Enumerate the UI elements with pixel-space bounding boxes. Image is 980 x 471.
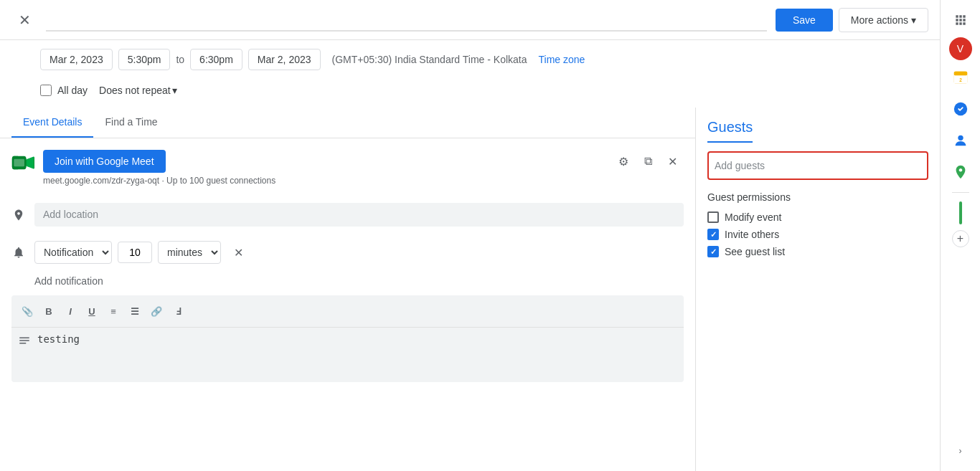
location-icon	[11, 208, 26, 222]
permission-modify-event: Modify event	[707, 209, 928, 226]
chevron-down-icon: ▾	[172, 85, 177, 96]
apps-grid-button[interactable]	[946, 6, 975, 34]
svg-point-13	[958, 135, 963, 141]
add-guests-container	[707, 151, 928, 180]
chevron-down-icon: ▾	[911, 14, 916, 26]
description-toolbar: 📎 B I U ≡ ☰ 🔗 Ⅎ	[11, 295, 684, 328]
add-sidebar-button[interactable]: +	[952, 230, 969, 247]
unordered-list-button[interactable]: ☰	[125, 301, 145, 321]
guests-panel: Guests Guest permissions Modify event In…	[696, 108, 940, 471]
modify-event-checkbox[interactable]	[707, 211, 719, 223]
bold-button[interactable]: B	[39, 301, 59, 321]
remove-notification-button[interactable]: ✕	[227, 241, 250, 264]
repeat-dropdown[interactable]: Does not repeat ▾	[93, 82, 183, 99]
google-meet-icon	[11, 154, 34, 173]
google-calendar-icon[interactable]: 2	[946, 63, 975, 92]
modify-event-label: Modify event	[725, 211, 781, 223]
svg-text:2: 2	[959, 77, 962, 82]
meet-remove-button[interactable]: ✕	[661, 150, 684, 173]
notification-type-select[interactable]: Notification	[34, 241, 112, 264]
link-button[interactable]: 🔗	[146, 301, 166, 321]
notification-controls: Notification 10 minutes ✕	[34, 241, 250, 264]
notification-value-input[interactable]: 10	[118, 242, 152, 263]
allday-checkbox[interactable]	[40, 85, 52, 96]
end-time-button[interactable]: 6:30pm	[190, 49, 242, 70]
time-separator: to	[176, 54, 184, 65]
green-accent-bar	[959, 201, 962, 224]
meet-section: Join with Google Meet meet.google.com/zd…	[11, 144, 684, 191]
meet-settings-button[interactable]: ⚙	[612, 150, 635, 173]
meet-button-label: Join with Google Meet	[55, 156, 154, 167]
expand-arrow-button[interactable]: ›	[952, 442, 969, 460]
attach-button[interactable]: 📎	[17, 301, 37, 321]
ordered-list-button[interactable]: ≡	[103, 301, 123, 321]
meet-copy-button[interactable]: ⧉	[636, 150, 659, 173]
description-icon	[17, 333, 32, 348]
user-avatar[interactable]: V	[949, 37, 972, 60]
location-row	[11, 200, 684, 229]
description-area: 📎 B I U ≡ ☰ 🔗 Ⅎ	[11, 295, 684, 382]
meet-link: meet.google.com/zdr-zyga-oqt · Up to 100…	[43, 176, 603, 186]
tab-event-details[interactable]: Event Details	[11, 108, 93, 138]
notification-row: Notification 10 minutes ✕	[11, 238, 684, 267]
svg-rect-7	[14, 159, 24, 167]
see-guest-list-checkbox[interactable]	[707, 246, 719, 257]
more-actions-button[interactable]: More actions ▾	[839, 8, 928, 32]
add-notification-link[interactable]: Add notification	[34, 272, 103, 290]
notification-unit-select[interactable]: minutes	[158, 241, 221, 264]
close-button[interactable]: ✕	[11, 7, 37, 33]
end-date-button[interactable]: Mar 2, 2023	[248, 49, 321, 70]
right-sidebar: V 2 + ›	[940, 0, 980, 471]
svg-rect-10	[953, 72, 966, 76]
guest-permissions-title: Guest permissions	[707, 191, 928, 203]
google-contacts-icon[interactable]	[946, 126, 975, 155]
remove-format-button[interactable]: Ⅎ	[168, 301, 188, 321]
notification-icon	[11, 245, 26, 260]
underline-button[interactable]: U	[82, 301, 102, 321]
permission-see-guest-list: See guest list	[707, 243, 928, 260]
timezone-text[interactable]: (GMT+05:30) India Standard Time - Kolkat…	[332, 54, 527, 65]
invite-others-label: Invite others	[725, 229, 779, 240]
italic-button[interactable]: I	[60, 301, 80, 321]
start-date-button[interactable]: Mar 2, 2023	[40, 49, 113, 70]
more-actions-label: More actions	[851, 14, 908, 26]
save-button[interactable]: Save	[776, 9, 833, 32]
event-title-input[interactable]	[46, 9, 767, 32]
join-google-meet-button[interactable]: Join with Google Meet	[43, 150, 166, 173]
google-maps-icon[interactable]	[946, 158, 975, 186]
guests-title: Guests	[707, 119, 753, 143]
tab-find-time[interactable]: Find a Time	[93, 108, 169, 138]
see-guest-list-label: See guest list	[725, 246, 785, 257]
location-input[interactable]	[34, 203, 684, 227]
sidebar-divider	[952, 192, 969, 193]
invite-others-checkbox[interactable]	[707, 229, 719, 240]
permission-invite-others: Invite others	[707, 226, 928, 243]
start-time-button[interactable]: 5:30pm	[118, 49, 171, 70]
google-tasks-icon[interactable]	[946, 95, 975, 123]
description-textarea[interactable]: testing	[37, 333, 678, 376]
allday-label: All day	[57, 85, 88, 96]
timezone-link[interactable]: Time zone	[539, 54, 585, 65]
add-guests-input[interactable]	[715, 156, 921, 176]
